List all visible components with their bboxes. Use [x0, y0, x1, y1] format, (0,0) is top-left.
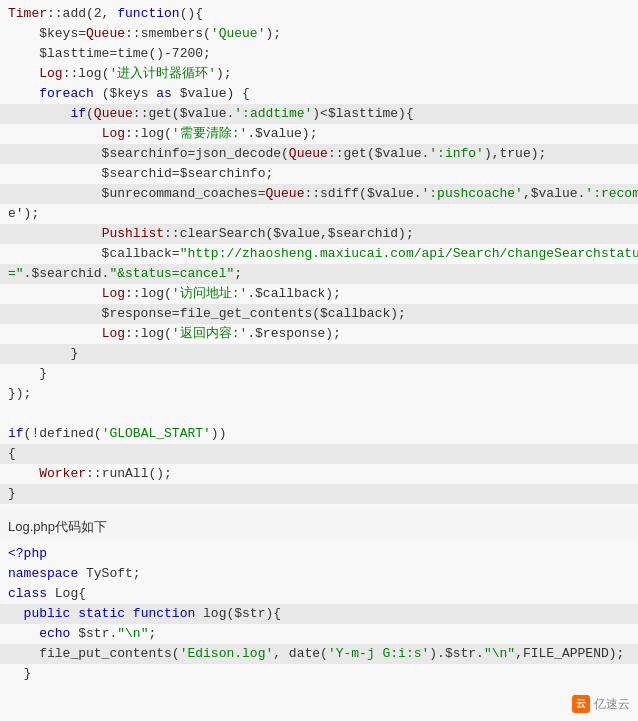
code-line: [0, 404, 638, 424]
code-line: Pushlist::clearSearch($value,$searchid);: [0, 224, 638, 244]
watermark-logo: 云: [572, 695, 590, 713]
code-line: public static function log($str){: [0, 604, 638, 624]
code-line: class Log{: [0, 584, 638, 604]
watermark: 云 亿速云: [572, 695, 630, 713]
log-code-block: <?phpnamespace TySoft;class Log{ public …: [0, 540, 638, 688]
watermark-text: 亿速云: [594, 696, 630, 713]
code-line: file_put_contents('Edison.log', date('Y-…: [0, 644, 638, 664]
code-line: Timer::add(2, function(){: [0, 4, 638, 24]
code-line: }: [0, 344, 638, 364]
code-line: if(Queue::get($value.':addtime')<$lastti…: [0, 104, 638, 124]
code-line: {: [0, 444, 638, 464]
code-line: Log::log('返回内容:'.$response);: [0, 324, 638, 344]
code-line: $callback="http://zhaosheng.maxiucai.com…: [0, 244, 638, 264]
code-line: =".$searchid."&status=cancel";: [0, 264, 638, 284]
code-line: $keys=Queue::smembers('Queue');: [0, 24, 638, 44]
code-line: $response=file_get_contents($callback);: [0, 304, 638, 324]
main-code-block: Timer::add(2, function(){ $keys=Queue::s…: [0, 0, 638, 508]
code-line: <?php: [0, 544, 638, 564]
code-line: $searchid=$searchinfo;: [0, 164, 638, 184]
code-line: namespace TySoft;: [0, 564, 638, 584]
code-line: e');: [0, 204, 638, 224]
code-line: Log::log('访问地址:'.$callback);: [0, 284, 638, 304]
code-line: $searchinfo=json_decode(Queue::get($valu…: [0, 144, 638, 164]
code-line: echo $str."\n";: [0, 624, 638, 644]
code-line: if(!defined('GLOBAL_START')): [0, 424, 638, 444]
code-line: Worker::runAll();: [0, 464, 638, 484]
code-line: });: [0, 384, 638, 404]
code-line: Log::log('需要清除:'.$value);: [0, 124, 638, 144]
code-line: }: [0, 364, 638, 384]
code-line: }: [0, 484, 638, 504]
code-line: $unrecommand_coaches=Queue::sdiff($value…: [0, 184, 638, 204]
code-container: Timer::add(2, function(){ $keys=Queue::s…: [0, 0, 638, 721]
code-line: foreach ($keys as $value) {: [0, 84, 638, 104]
section-label: Log.php代码如下: [0, 508, 638, 540]
code-line: $lasttime=time()-7200;: [0, 44, 638, 64]
code-line: Log::log('进入计时器循环');: [0, 64, 638, 84]
code-line: }: [0, 664, 638, 684]
